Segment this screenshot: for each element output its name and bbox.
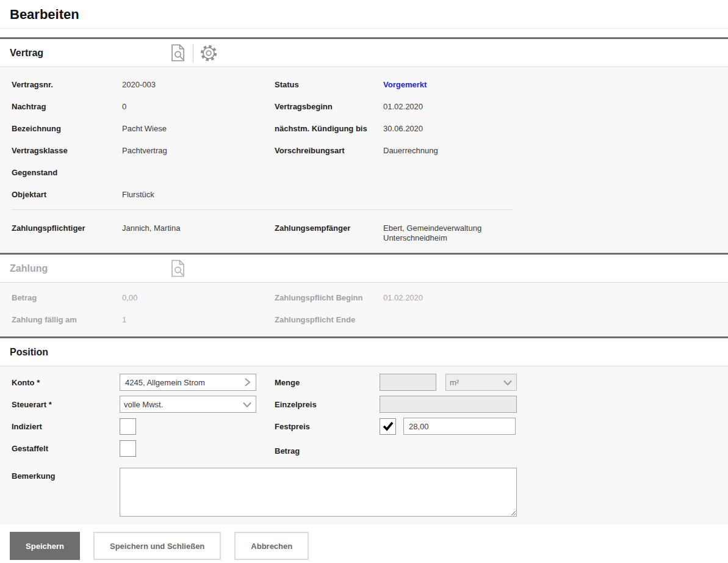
section-position-title: Position — [10, 347, 167, 358]
chevron-right-icon[interactable] — [240, 378, 256, 387]
festpreis-checkbox[interactable] — [380, 418, 396, 435]
field-row: Gegenstand — [0, 161, 728, 183]
field-label: Vertragsnr. — [12, 80, 122, 89]
field-row: Nachtrag 0 Vertragsbeginn 01.02.2020 — [0, 95, 728, 117]
field-value: 0,00 — [122, 293, 275, 302]
field-row: Vertragsnr. 2020-003 Status Vorgemerkt — [0, 73, 728, 95]
field-label: Vorschreibungsart — [275, 146, 383, 155]
field-label: Zahlungspflichtiger — [12, 223, 122, 233]
section-position-header: Position — [0, 338, 728, 366]
field-value: 2020-003 — [122, 80, 275, 89]
field-row: Bezeichnung Pacht Wiese nächstm. Kündigu… — [0, 117, 728, 139]
indiziert-label: Indiziert — [12, 422, 120, 431]
page-title: Bearbeiten — [0, 0, 728, 29]
section-vertrag-header: Vertrag — [0, 39, 728, 67]
field-label: Zahlung fällig am — [12, 315, 122, 324]
field-label: Zahlungspflicht Ende — [275, 315, 383, 324]
betrag-label: Betrag — [275, 446, 380, 457]
bemerkung-label: Bemerkung — [12, 468, 120, 481]
field-label: Gegenstand — [12, 168, 122, 177]
field-label: Status — [275, 80, 383, 89]
preview-icon[interactable] — [167, 43, 188, 64]
field-value: Pacht Wiese — [122, 124, 275, 133]
einzelpreis-input — [380, 396, 517, 413]
festpreis-label: Festpreis — [275, 422, 380, 431]
field-row: Vertragsklasse Pachtvertrag Vorschreibun… — [0, 139, 728, 161]
field-value: Pachtvertrag — [122, 146, 275, 155]
section-zahlung-header: Zahlung — [0, 255, 728, 282]
field-value: 01.02.2020 — [383, 293, 505, 302]
icon-divider — [193, 44, 193, 62]
menge-label: Menge — [275, 378, 380, 387]
field-value: 0 — [122, 102, 275, 111]
konto-label: Konto * — [12, 378, 120, 387]
konto-input[interactable] — [120, 378, 240, 387]
field-label: Vertragsbeginn — [275, 102, 383, 111]
menge-unit-select-wrap: m² — [445, 374, 517, 391]
field-value: Ebert, Gemeindeverwaltung Unterschneidhe… — [383, 223, 508, 243]
preview-icon[interactable] — [167, 258, 188, 279]
konto-picker — [120, 374, 256, 391]
steuerart-select[interactable]: volle Mwst. — [120, 396, 256, 413]
field-label: nächstm. Kündigung bis — [275, 124, 383, 133]
field-label: Betrag — [12, 293, 122, 302]
section-position: Position Konto * Menge m² — [0, 336, 728, 525]
field-label: Vertragsklasse — [12, 146, 122, 155]
field-label: Zahlungspflicht Beginn — [275, 293, 383, 302]
section-zahlung-title: Zahlung — [10, 263, 167, 274]
gestaffelt-checkbox[interactable] — [120, 440, 136, 457]
status-value[interactable]: Vorgemerkt — [383, 80, 505, 89]
field-value: Jannich, Martina — [122, 223, 275, 233]
field-label: Zahlungsempfänger — [275, 223, 383, 233]
field-row: Objektart Flurstück — [0, 183, 728, 205]
menge-input — [380, 374, 436, 391]
field-label: Nachtrag — [12, 102, 122, 111]
field-label: Objektart — [12, 190, 122, 199]
section-vertrag-title: Vertrag — [10, 48, 167, 59]
steuerart-label: Steuerart * — [12, 400, 120, 409]
field-value: 30.06.2020 — [383, 124, 505, 133]
field-value: Flurstück — [122, 190, 275, 199]
einzelpreis-label: Einzelpreis — [275, 400, 380, 409]
section-vertrag: Vertrag Vertrags — [0, 37, 728, 253]
gestaffelt-label: Gestaffelt — [12, 444, 120, 453]
save-and-close-button[interactable]: Speichern und Schließen — [93, 532, 221, 560]
parties-row: Zahlungspflichtiger Jannich, Martina Zah… — [0, 210, 728, 253]
indiziert-checkbox[interactable] — [120, 418, 136, 435]
section-zahlung: Zahlung Betrag 0,00 Zahlungspflicht Begi… — [0, 253, 728, 336]
field-value: Dauerrechnung — [383, 146, 505, 155]
bemerkung-textarea[interactable] — [120, 468, 517, 517]
steuerart-select-wrap: volle Mwst. — [120, 396, 256, 413]
field-row: Zahlung fällig am 1 Zahlungspflicht Ende — [0, 308, 728, 330]
field-value: 1 — [122, 315, 275, 324]
menge-unit-select: m² — [445, 374, 517, 391]
save-button[interactable]: Speichern — [10, 532, 80, 560]
field-label: Bezeichnung — [12, 124, 122, 133]
field-value: 01.02.2020 — [383, 102, 505, 111]
gear-icon[interactable] — [198, 43, 219, 64]
cancel-button[interactable]: Abbrechen — [234, 532, 309, 560]
button-row: Speichern Speichern und Schließen Abbrec… — [10, 532, 728, 560]
festpreis-input[interactable] — [403, 418, 516, 435]
field-row: Betrag 0,00 Zahlungspflicht Beginn 01.02… — [0, 286, 728, 308]
